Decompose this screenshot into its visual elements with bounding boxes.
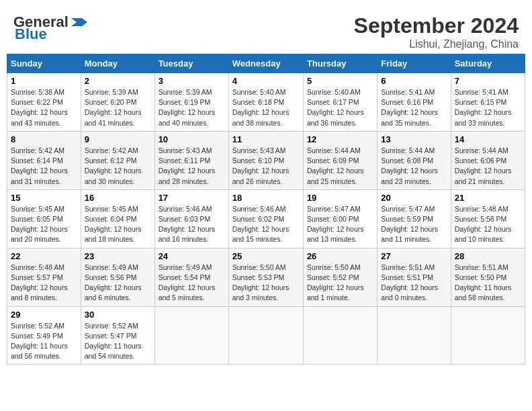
logo-arrow-icon [69,15,90,29]
day-info: Sunrise: 5:42 AMSunset: 6:14 PMDaylight:… [11,146,77,187]
calendar-week-row: 15 Sunrise: 5:45 AMSunset: 6:05 PMDaylig… [7,189,525,248]
page-header: General Blue September 2024 Lishui, Zhej… [7,7,525,54]
location-title: Lishui, Zhejiang, China [354,38,519,50]
table-row: 3 Sunrise: 5:39 AMSunset: 6:19 PMDayligh… [154,73,228,132]
logo-blue: Blue [15,26,47,43]
day-number: 2 [85,76,151,86]
calendar-week-row: 29 Sunrise: 5:52 AMSunset: 5:49 PMDaylig… [7,306,525,365]
table-row: 16 Sunrise: 5:45 AMSunset: 6:04 PMDaylig… [81,189,154,248]
table-row [451,306,525,365]
table-row: 18 Sunrise: 5:46 AMSunset: 6:02 PMDaylig… [228,189,303,248]
table-row [228,306,303,365]
table-row: 5 Sunrise: 5:40 AMSunset: 6:17 PMDayligh… [303,73,377,132]
table-row: 6 Sunrise: 5:41 AMSunset: 6:16 PMDayligh… [378,73,451,132]
table-row: 21 Sunrise: 5:48 AMSunset: 5:58 PMDaylig… [451,189,525,248]
day-info: Sunrise: 5:50 AMSunset: 5:53 PMDaylight:… [232,263,300,304]
day-info: Sunrise: 5:46 AMSunset: 6:03 PMDaylight:… [159,204,225,245]
day-info: Sunrise: 5:44 AMSunset: 6:08 PMDaylight:… [381,146,447,187]
calendar-week-row: 8 Sunrise: 5:42 AMSunset: 6:14 PMDayligh… [7,131,525,189]
table-row: 13 Sunrise: 5:44 AMSunset: 6:08 PMDaylig… [378,131,451,189]
table-row: 24 Sunrise: 5:49 AMSunset: 5:54 PMDaylig… [154,248,228,306]
col-monday: Monday [81,54,154,73]
day-number: 15 [11,193,77,203]
table-row: 23 Sunrise: 5:49 AMSunset: 5:56 PMDaylig… [81,248,154,306]
day-info: Sunrise: 5:47 AMSunset: 6:00 PMDaylight:… [307,204,373,245]
table-row: 25 Sunrise: 5:50 AMSunset: 5:53 PMDaylig… [228,248,303,306]
title-block: September 2024 Lishui, Zhejiang, China [354,13,519,50]
day-number: 25 [232,251,300,261]
day-info: Sunrise: 5:51 AMSunset: 5:50 PMDaylight:… [455,263,521,304]
col-saturday: Saturday [451,54,525,73]
day-info: Sunrise: 5:44 AMSunset: 6:06 PMDaylight:… [455,146,521,187]
day-number: 13 [381,134,447,144]
month-title: September 2024 [354,13,519,38]
table-row: 7 Sunrise: 5:41 AMSunset: 6:15 PMDayligh… [451,73,525,132]
day-info: Sunrise: 5:39 AMSunset: 6:19 PMDaylight:… [159,87,225,128]
day-info: Sunrise: 5:49 AMSunset: 5:56 PMDaylight:… [85,263,151,304]
day-info: Sunrise: 5:46 AMSunset: 6:02 PMDaylight:… [232,204,300,245]
col-sunday: Sunday [7,54,81,73]
logo: General Blue [13,13,90,43]
table-row: 4 Sunrise: 5:40 AMSunset: 6:18 PMDayligh… [228,73,303,132]
day-number: 28 [455,251,521,261]
table-row: 22 Sunrise: 5:48 AMSunset: 5:57 PMDaylig… [7,248,81,306]
table-row: 17 Sunrise: 5:46 AMSunset: 6:03 PMDaylig… [154,189,228,248]
day-info: Sunrise: 5:45 AMSunset: 6:05 PMDaylight:… [11,204,77,245]
day-info: Sunrise: 5:44 AMSunset: 6:09 PMDaylight:… [307,146,373,187]
table-row [378,306,451,365]
day-info: Sunrise: 5:40 AMSunset: 6:17 PMDaylight:… [307,87,373,128]
day-info: Sunrise: 5:45 AMSunset: 6:04 PMDaylight:… [85,204,151,245]
table-row: 10 Sunrise: 5:43 AMSunset: 6:11 PMDaylig… [154,131,228,189]
day-info: Sunrise: 5:52 AMSunset: 5:49 PMDaylight:… [11,321,77,362]
day-number: 27 [381,251,447,261]
day-number: 21 [455,193,521,203]
calendar-table: Sunday Monday Tuesday Wednesday Thursday… [7,54,525,365]
table-row: 8 Sunrise: 5:42 AMSunset: 6:14 PMDayligh… [7,131,81,189]
day-number: 22 [11,251,77,261]
day-info: Sunrise: 5:43 AMSunset: 6:11 PMDaylight:… [159,146,225,187]
day-info: Sunrise: 5:51 AMSunset: 5:51 PMDaylight:… [381,263,447,304]
table-row: 11 Sunrise: 5:43 AMSunset: 6:10 PMDaylig… [228,131,303,189]
table-row: 19 Sunrise: 5:47 AMSunset: 6:00 PMDaylig… [303,189,377,248]
table-row [154,306,228,365]
day-info: Sunrise: 5:38 AMSunset: 6:22 PMDaylight:… [11,87,77,128]
table-row: 15 Sunrise: 5:45 AMSunset: 6:05 PMDaylig… [7,189,81,248]
table-row: 12 Sunrise: 5:44 AMSunset: 6:09 PMDaylig… [303,131,377,189]
day-number: 8 [11,134,77,144]
table-row: 30 Sunrise: 5:52 AMSunset: 5:47 PMDaylig… [81,306,154,365]
day-number: 6 [381,76,447,86]
day-info: Sunrise: 5:50 AMSunset: 5:52 PMDaylight:… [307,263,373,304]
day-number: 3 [159,76,225,86]
day-info: Sunrise: 5:43 AMSunset: 6:10 PMDaylight:… [232,146,300,187]
day-number: 18 [232,193,300,203]
table-row: 20 Sunrise: 5:47 AMSunset: 5:59 PMDaylig… [378,189,451,248]
day-info: Sunrise: 5:49 AMSunset: 5:54 PMDaylight:… [159,263,225,304]
table-row: 1 Sunrise: 5:38 AMSunset: 6:22 PMDayligh… [7,73,81,132]
col-tuesday: Tuesday [154,54,228,73]
table-row: 9 Sunrise: 5:42 AMSunset: 6:12 PMDayligh… [81,131,154,189]
day-number: 14 [455,134,521,144]
col-wednesday: Wednesday [228,54,303,73]
table-row: 27 Sunrise: 5:51 AMSunset: 5:51 PMDaylig… [378,248,451,306]
day-number: 30 [85,310,151,320]
table-row: 2 Sunrise: 5:39 AMSunset: 6:20 PMDayligh… [81,73,154,132]
svg-marker-0 [71,18,87,26]
col-friday: Friday [378,54,451,73]
day-number: 23 [85,251,151,261]
day-number: 20 [381,193,447,203]
day-number: 1 [11,76,77,86]
day-info: Sunrise: 5:39 AMSunset: 6:20 PMDaylight:… [85,87,151,128]
day-number: 16 [85,193,151,203]
day-number: 17 [159,193,225,203]
calendar-week-row: 1 Sunrise: 5:38 AMSunset: 6:22 PMDayligh… [7,73,525,132]
table-row: 28 Sunrise: 5:51 AMSunset: 5:50 PMDaylig… [451,248,525,306]
col-thursday: Thursday [303,54,377,73]
day-number: 12 [307,134,373,144]
day-info: Sunrise: 5:52 AMSunset: 5:47 PMDaylight:… [85,321,151,362]
day-info: Sunrise: 5:42 AMSunset: 6:12 PMDaylight:… [85,146,151,187]
day-number: 10 [159,134,225,144]
day-number: 4 [232,76,300,86]
day-info: Sunrise: 5:40 AMSunset: 6:18 PMDaylight:… [232,87,300,128]
day-info: Sunrise: 5:41 AMSunset: 6:15 PMDaylight:… [455,87,521,128]
day-number: 5 [307,76,373,86]
